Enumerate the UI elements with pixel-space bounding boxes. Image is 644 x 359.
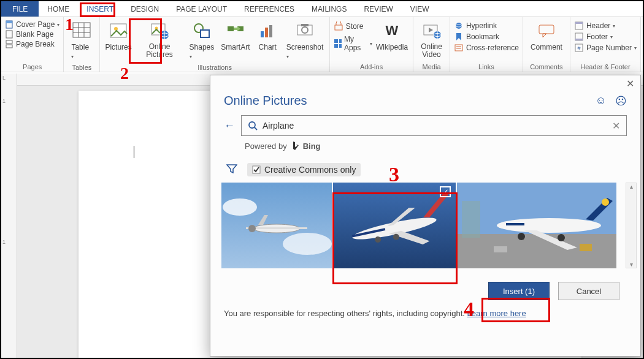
online-pictures-button[interactable]: Online Pictures — [136, 19, 183, 61]
blank-page-button[interactable]: Blank Page — [5, 30, 59, 39]
svg-point-87 — [518, 233, 525, 240]
header-icon — [574, 21, 584, 30]
header-button[interactable]: Header ▾ — [574, 21, 637, 30]
svg-rect-48 — [575, 22, 583, 24]
svg-rect-81 — [457, 234, 616, 268]
text-cursor — [134, 146, 134, 158]
ribbon-label-links: Links — [454, 62, 519, 72]
pagenum-button[interactable]: #Page Number ▾ — [574, 43, 637, 52]
store-icon — [334, 21, 343, 31]
svg-rect-28 — [335, 25, 342, 30]
svg-rect-27 — [301, 24, 309, 26]
pictures-icon — [109, 21, 128, 41]
thumb-selected-icon: ✓ — [440, 186, 451, 197]
online-pictures-icon — [150, 21, 169, 41]
learn-more-link[interactable]: Learn more here — [467, 309, 526, 318]
menu-tab-home[interactable]: HOME — [39, 1, 78, 17]
wikipedia-button[interactable]: WWikipedia — [375, 19, 409, 54]
svg-line-63 — [255, 127, 257, 130]
pictures-button[interactable]: Pictures — [104, 19, 132, 54]
result-thumb-2[interactable]: ✓ — [333, 183, 456, 268]
svg-marker-64 — [293, 142, 299, 150]
chart-icon — [258, 21, 277, 41]
search-box[interactable]: ✕ — [241, 115, 627, 136]
ribbon-group-tables: Table ▾ Tables — [64, 17, 100, 72]
feedback-happy-icon[interactable]: ☺ — [596, 94, 607, 108]
ribbon-group-media: Online Video Media — [413, 17, 450, 72]
ribbon-label-comments: Comments — [527, 62, 566, 72]
svg-rect-66 — [253, 166, 260, 173]
dialog-title: Online Pictures — [224, 94, 307, 108]
menu-file[interactable]: FILE — [1, 1, 39, 17]
chart-button[interactable]: Chart — [253, 19, 282, 54]
pagenum-icon: # — [574, 43, 584, 52]
svg-point-68 — [283, 233, 332, 255]
vertical-ruler: L 1 1 — [1, 74, 17, 358]
svg-rect-42 — [455, 45, 462, 51]
crossref-button[interactable]: Cross-reference — [454, 43, 519, 52]
search-icon — [248, 121, 258, 130]
svg-marker-35 — [429, 28, 433, 32]
screenshot-icon — [295, 21, 315, 41]
result-thumb-3[interactable] — [457, 183, 616, 268]
table-icon — [72, 21, 91, 41]
search-input[interactable] — [263, 121, 607, 130]
filter-button[interactable] — [226, 164, 237, 176]
feedback-sad-icon[interactable]: ☹ — [615, 94, 627, 108]
screenshot-button[interactable]: Screenshot ▾ — [284, 19, 326, 62]
store-button[interactable]: Store — [334, 21, 372, 31]
comment-button[interactable]: Comment — [527, 19, 566, 54]
svg-rect-22 — [261, 31, 264, 37]
comment-icon — [537, 21, 556, 41]
dialog-back-button[interactable]: ← — [224, 119, 235, 132]
menu-tab-view[interactable]: VIEW — [402, 1, 438, 17]
ribbon-group-addins: Store My Apps ▾ WWikipedia Add-ins — [330, 17, 413, 72]
ribbon-group-text: AText Box ▾ ▾ A▾ A▾ — [641, 17, 644, 72]
menu-tab-insert[interactable]: INSERT — [78, 1, 122, 17]
svg-point-88 — [558, 234, 565, 241]
menu-tab-page-layout[interactable]: PAGE LAYOUT — [167, 1, 236, 17]
creative-commons-checkbox[interactable]: Creative Commons only — [247, 163, 361, 176]
online-pictures-dialog: ✕ Online Pictures ☺ ☹ ← ✕ Powered by Bin… — [210, 75, 641, 357]
menu-tab-mailings[interactable]: MAILINGS — [303, 1, 355, 17]
svg-rect-45 — [539, 25, 554, 34]
svg-rect-10 — [110, 24, 126, 37]
svg-rect-30 — [339, 39, 342, 43]
menu-tab-references[interactable]: REFERENCES — [236, 1, 303, 17]
online-video-button[interactable]: Online Video — [417, 19, 446, 61]
dialog-close-button[interactable]: ✕ — [626, 79, 634, 89]
bookmark-button[interactable]: Bookmark — [454, 32, 519, 41]
svg-point-62 — [249, 122, 255, 128]
svg-rect-50 — [575, 39, 583, 40]
footer-button[interactable]: Footer ▾ — [574, 32, 637, 41]
svg-point-85 — [602, 198, 609, 206]
svg-rect-31 — [334, 44, 338, 48]
page-break-button[interactable]: Page Break — [5, 40, 59, 48]
svg-rect-5 — [73, 23, 90, 37]
cover-page-button[interactable]: Cover Page▾ — [5, 20, 59, 29]
video-icon — [422, 21, 442, 41]
svg-point-67 — [223, 198, 257, 216]
ribbon-label-tables: Tables — [67, 62, 96, 72]
svg-rect-1 — [6, 21, 12, 23]
ribbon-group-links: Hyperlink Bookmark Cross-reference Links — [450, 17, 523, 72]
shapes-button[interactable]: Shapes ▾ — [186, 19, 217, 62]
result-thumb-1[interactable] — [221, 183, 332, 268]
svg-marker-46 — [543, 34, 546, 37]
myapps-button[interactable]: My Apps ▾ — [334, 35, 372, 52]
svg-rect-4 — [6, 45, 12, 48]
hyperlink-button[interactable]: Hyperlink — [454, 21, 519, 30]
results-scrollbar[interactable]: ▴▾ — [626, 183, 637, 268]
ribbon: Cover Page▾ Blank Page Page Break Pages … — [1, 17, 643, 72]
menu-tab-design[interactable]: DESIGN — [122, 1, 167, 17]
bookmark-icon — [454, 32, 464, 41]
svg-rect-89 — [506, 223, 524, 225]
svg-rect-82 — [462, 201, 480, 238]
insert-button[interactable]: Insert (1) — [488, 282, 550, 300]
footer-icon — [574, 32, 584, 41]
cancel-button[interactable]: Cancel — [558, 282, 619, 300]
menu-tab-review[interactable]: REVIEW — [355, 1, 401, 17]
table-button[interactable]: Table ▾ — [67, 19, 96, 62]
smartart-button[interactable]: SmartArt — [220, 19, 251, 54]
clear-search-button[interactable]: ✕ — [612, 120, 620, 132]
